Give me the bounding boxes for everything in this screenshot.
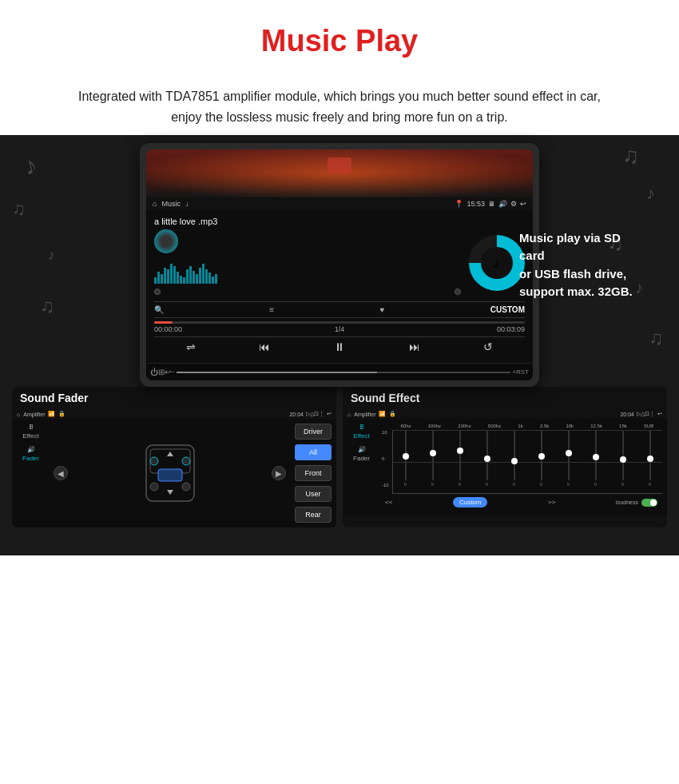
- fader-app-title: Amplifier: [23, 412, 45, 417]
- eq-sliders-container: 0 0: [392, 430, 662, 494]
- fader-buttons: Driver All Front User Rear: [295, 424, 332, 523]
- effect-sidebar-effect[interactable]: 🎚 Effect: [353, 424, 369, 440]
- svg-point-3: [182, 457, 190, 465]
- list-btn[interactable]: ≡: [269, 305, 274, 314]
- shuffle-btn[interactable]: ⇌: [186, 340, 196, 353]
- fader-amp-content: 🎚 Effect 🔊 Fader ◀: [12, 419, 336, 527]
- effect-amp-content: 🎚 Effect 🔊 Fader 60hz 100hz: [343, 419, 667, 515]
- effect-app-title: Amplifier: [354, 412, 375, 417]
- eq-bar-0[interactable]: 0: [393, 430, 418, 487]
- panels-section: Sound Fader ⌂ Amplifier 📶 🔒 20:04 ▷△⊡⋮ ↩: [0, 387, 679, 539]
- custom-label[interactable]: CUSTOM: [490, 305, 525, 314]
- repeat-btn[interactable]: ↺: [483, 340, 493, 353]
- status-time: 15:53: [467, 200, 485, 208]
- eq-bar-4[interactable]: 0: [502, 430, 526, 487]
- effect-signal: 📶: [379, 411, 386, 417]
- volume-icon: 🔊: [498, 200, 507, 208]
- eq-bar-2[interactable]: 0: [447, 430, 472, 487]
- eq-bar-6[interactable]: 0: [556, 430, 581, 487]
- nav-grid[interactable]: ⊞: [158, 368, 165, 376]
- eq-y-axis: 10 0 -10: [380, 430, 392, 494]
- eq-bar-1[interactable]: 0: [420, 430, 445, 487]
- screen-title: Music: [161, 200, 181, 208]
- music-content: ♪: [154, 229, 525, 296]
- waveform-area: [154, 229, 461, 296]
- car-svg: [134, 429, 206, 517]
- nav-back[interactable]: ↩: [165, 368, 171, 376]
- eq-bar-9[interactable]: 0: [637, 430, 662, 487]
- nav-power[interactable]: ⏻: [150, 368, 158, 376]
- main-dark-section: ♪ ♫ ♪ ♫ ♫ ♪ ♫ ♪ ♫ ⌂ Music ↓: [0, 135, 679, 555]
- album-art: ♪: [469, 235, 525, 291]
- progress-track[interactable]: [154, 321, 525, 324]
- progress-fill: [154, 321, 173, 324]
- progress-times: 00:00:00 1/4 00:03:09: [154, 325, 525, 333]
- toggle-pill[interactable]: [641, 499, 657, 507]
- header-section: Music Play: [0, 0, 679, 74]
- rear-btn[interactable]: Rear: [295, 507, 332, 523]
- eq-bar-8[interactable]: 0: [610, 430, 635, 487]
- custom-eq-btn[interactable]: Custom: [453, 497, 488, 507]
- eq-bar-3[interactable]: 0: [475, 430, 499, 487]
- sound-effect-panel: Sound Effect ⌂ Amplifier 📶 🔒 20:04 ▷△⊡⋮ …: [343, 387, 667, 527]
- effect-status-bar: ⌂ Amplifier 📶 🔒 20:04 ▷△⊡⋮ ↩: [343, 409, 667, 419]
- car-fader-diagram: ◀: [50, 424, 290, 523]
- effect-label: Effect: [22, 432, 38, 440]
- fader-sidebar-fader[interactable]: 🔊 Fader: [22, 446, 39, 462]
- sound-fader-screen: ⌂ Amplifier 📶 🔒 20:04 ▷△⊡⋮ ↩: [12, 409, 336, 527]
- effect-icons: ▷△⊡⋮: [637, 411, 655, 417]
- effect-vol-icon: 🔊: [358, 446, 366, 453]
- music-app-content: a little love .mp3: [146, 210, 533, 363]
- fader-back-icon[interactable]: ↩: [327, 411, 332, 417]
- fader-right-arrow[interactable]: ▶: [272, 466, 286, 480]
- fader-icons: ▷△⊡⋮: [306, 411, 324, 417]
- effect-back-icon[interactable]: ↩: [657, 411, 662, 417]
- track-position: 1/4: [335, 325, 345, 333]
- fader-left-arrow[interactable]: ◀: [54, 466, 68, 480]
- heart-btn[interactable]: ♥: [380, 305, 385, 314]
- gps-icon: 📍: [455, 200, 463, 208]
- car-background: [146, 149, 533, 197]
- eq-nav-next[interactable]: >>: [548, 499, 555, 506]
- front-btn[interactable]: Front: [295, 465, 332, 481]
- home-icon[interactable]: ⌂: [153, 200, 157, 208]
- eq-bar-5[interactable]: 0: [529, 430, 554, 487]
- effect-sidebar-fader[interactable]: 🔊 Fader: [353, 446, 370, 462]
- play-pause-btn[interactable]: ⏸: [334, 340, 345, 353]
- loudness-label: loudness: [616, 499, 638, 505]
- mini-cd-icon: [154, 229, 178, 253]
- playback-controls: ⇌ ⏮ ⏸ ⏭ ↺: [154, 336, 525, 356]
- eq-main-area: 60hz 100hz 200hz 500hz 1k 2.5k 10k 12.5k…: [380, 424, 662, 511]
- total-time: 00:03:09: [497, 325, 525, 333]
- driver-btn[interactable]: Driver: [295, 424, 332, 440]
- effect-home-icon[interactable]: ⌂: [347, 412, 351, 417]
- effect-eq-icon: 🎚: [359, 424, 365, 431]
- album-art-inner: ♪: [481, 247, 513, 279]
- page-title: Music Play: [16, 24, 663, 58]
- fader-home-icon[interactable]: ⌂: [17, 412, 20, 417]
- eq-nav-prev[interactable]: <<: [385, 499, 392, 506]
- effect-status-right: 20:04 ▷△⊡⋮ ↩: [620, 411, 662, 417]
- search-btn[interactable]: 🔍: [154, 305, 164, 314]
- sd-text-line2: or USB flash drive,: [519, 267, 626, 281]
- volume-bar[interactable]: − +: [171, 368, 516, 376]
- eq-bar-7[interactable]: 0: [583, 430, 608, 487]
- effect-sidebar-label: Effect: [353, 432, 369, 440]
- music-icon: ♪: [494, 255, 501, 272]
- screen-icon: 🖥: [488, 200, 495, 208]
- effect-sidebar: 🎚 Effect 🔊 Fader: [347, 424, 375, 511]
- user-btn[interactable]: User: [295, 486, 332, 502]
- description-text: Integrated with TDA7851 amplifier module…: [64, 86, 615, 127]
- loudness-toggle[interactable]: loudness: [616, 499, 657, 507]
- all-btn[interactable]: All: [295, 444, 332, 460]
- sound-fader-label: Sound Fader: [12, 387, 336, 409]
- fader-sidebar-effect[interactable]: 🎚 Effect: [22, 424, 38, 440]
- next-btn[interactable]: ⏭: [409, 340, 420, 353]
- fader-lock: 🔒: [58, 411, 66, 417]
- nav-reset[interactable]: RST: [516, 368, 529, 376]
- back-icon[interactable]: ↩: [520, 200, 526, 208]
- prev-btn[interactable]: ⏮: [259, 340, 270, 353]
- fader-status-left: ⌂ Amplifier 📶 🔒: [17, 411, 66, 417]
- svg-point-5: [182, 483, 190, 491]
- waveform-visualization: [154, 260, 461, 284]
